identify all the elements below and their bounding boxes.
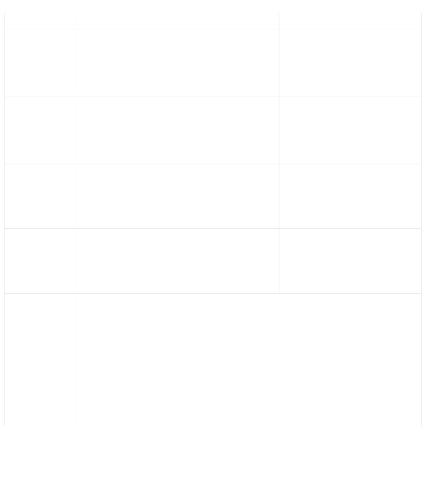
operation-duration-label-cell xyxy=(4,294,77,426)
operation-duration-chart-cell xyxy=(77,294,422,426)
streaming-query-statistics-page xyxy=(0,0,448,482)
input-rate-label-cell xyxy=(4,29,77,96)
batch-duration-timeline-cell xyxy=(77,229,279,294)
process-rate-label-cell xyxy=(4,96,77,163)
input-rows-histogram-cell xyxy=(279,163,422,229)
statistics-table xyxy=(4,13,422,426)
empty-header-cell xyxy=(4,13,77,29)
batch-duration-label-cell xyxy=(4,229,77,294)
table-header-row xyxy=(4,13,422,29)
input-rows-timeline-cell xyxy=(77,163,279,229)
operation-duration-row xyxy=(4,294,422,426)
input-rate-timeline-cell xyxy=(77,29,279,96)
input-rows-row xyxy=(4,163,422,229)
input-rate-histogram-cell xyxy=(279,29,422,96)
batch-duration-histogram-cell xyxy=(279,229,422,294)
process-rate-timeline-cell xyxy=(77,96,279,163)
input-rate-row xyxy=(4,29,422,96)
input-rows-label-cell xyxy=(4,163,77,229)
process-rate-row xyxy=(4,96,422,163)
batch-duration-row xyxy=(4,229,422,294)
process-rate-histogram-cell xyxy=(279,96,422,163)
histograms-header xyxy=(279,13,422,29)
timelines-header xyxy=(77,13,279,29)
